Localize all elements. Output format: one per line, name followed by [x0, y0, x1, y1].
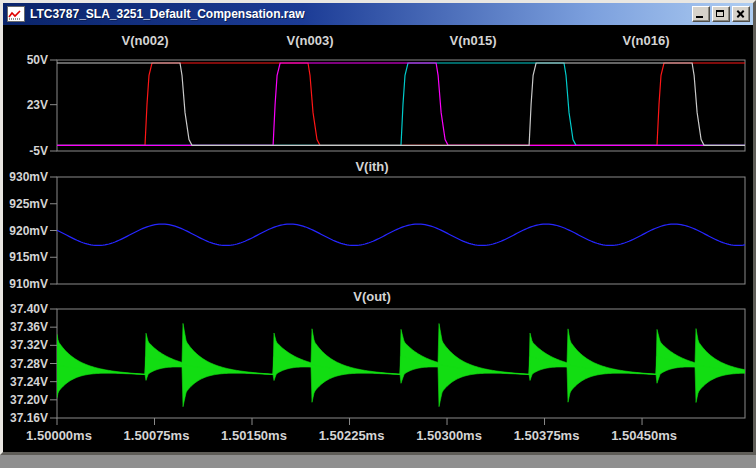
y-tick-label: 920mV	[9, 224, 48, 238]
maximize-icon	[716, 10, 724, 17]
y-tick-label: 37.28V	[10, 357, 48, 371]
mdi-background	[0, 455, 756, 468]
window-title: LTC3787_SLA_3251_Default_Compensation.ra…	[30, 7, 305, 21]
y-tick-label: 37.36V	[10, 320, 48, 334]
trace-label-V(ith)[interactable]: V(ith)	[355, 159, 388, 174]
y-tick-label: 37.20V	[10, 393, 48, 407]
x-tick-label: 1.50300ms	[416, 428, 482, 443]
ltspice-waveform-window: LTC3787_SLA_3251_Default_Compensation.ra…	[0, 0, 756, 468]
plot-client-area: 50V23V-5VV(n002)V(n003)V(n015)V(n016)930…	[3, 25, 753, 452]
maximize-button[interactable]	[712, 6, 730, 22]
y-tick-label: 37.40V	[10, 302, 48, 316]
y-tick-label: 23V	[27, 98, 48, 112]
y-tick-label: 915mV	[9, 250, 48, 264]
trace-label-V(n015)[interactable]: V(n015)	[450, 33, 497, 48]
x-tick-label: 1.50075ms	[124, 428, 190, 443]
y-tick-label: 37.24V	[10, 375, 48, 389]
x-tick-label: 1.50450ms	[611, 428, 677, 443]
x-tick-label: 1.50000ms	[26, 428, 92, 443]
minimize-button[interactable]	[692, 6, 710, 22]
waveform-plot[interactable]: 50V23V-5VV(n002)V(n003)V(n015)V(n016)930…	[3, 25, 753, 452]
trace-label-V(out)[interactable]: V(out)	[353, 289, 391, 304]
trace-label-V(n002)[interactable]: V(n002)	[122, 33, 169, 48]
y-tick-label: 925mV	[9, 197, 48, 211]
waveform-app-icon	[7, 6, 25, 22]
close-button[interactable]	[732, 6, 750, 22]
x-tick-label: 1.50225ms	[319, 428, 385, 443]
y-tick-label: 37.32V	[10, 338, 48, 352]
y-tick-label: -5V	[29, 144, 48, 158]
x-tick-label: 1.50150ms	[221, 428, 287, 443]
minimize-icon	[696, 16, 703, 18]
title-bar[interactable]: LTC3787_SLA_3251_Default_Compensation.ra…	[3, 3, 753, 25]
trace-label-V(n016)[interactable]: V(n016)	[623, 33, 670, 48]
y-tick-label: 50V	[27, 53, 48, 67]
y-tick-label: 37.16V	[10, 411, 48, 425]
trace-label-V(n003)[interactable]: V(n003)	[287, 33, 334, 48]
x-tick-label: 1.50375ms	[514, 428, 580, 443]
y-tick-label: 930mV	[9, 170, 48, 184]
window-controls	[692, 6, 750, 22]
plot-window: LTC3787_SLA_3251_Default_Compensation.ra…	[0, 0, 756, 455]
y-tick-label: 910mV	[9, 277, 48, 291]
